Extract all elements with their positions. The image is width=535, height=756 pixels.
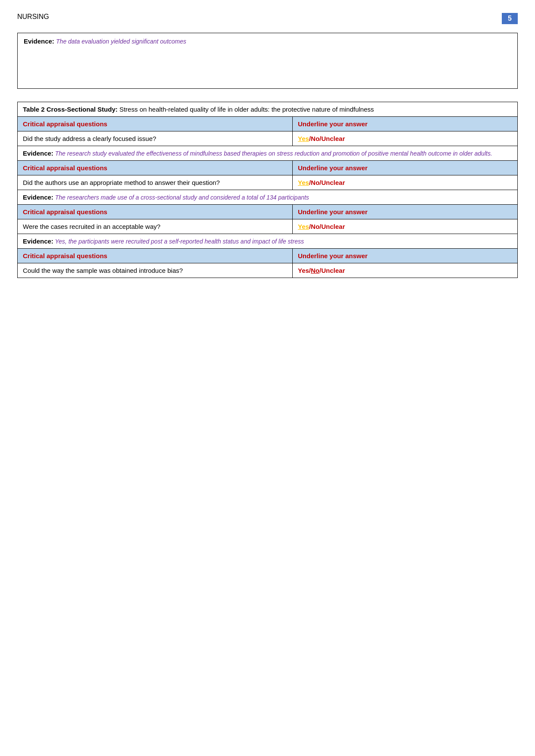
col1-header-1: Critical appraisal questions	[18, 117, 293, 131]
col-headers-row-3: Critical appraisal questions Underline y…	[18, 205, 518, 219]
question-cell-1: Did the study address a clearly focused …	[18, 131, 293, 146]
evidence-cell-2: Evidence: The researchers made use of a …	[18, 190, 518, 205]
answer-yes-2: Yes	[298, 179, 309, 186]
answer-yes-1: Yes	[298, 135, 309, 142]
answer-rest-1: No/Unclear	[311, 135, 345, 142]
table-row: Did the study address a clearly focused …	[18, 131, 518, 146]
nursing-label: NURSING	[17, 13, 49, 21]
col2-header-1: Underline your answer	[293, 117, 518, 131]
answer-no-underline-4: No	[311, 267, 319, 274]
answer-rest-3: No/Unclear	[311, 223, 345, 230]
table-title-row: Table 2 Cross-Sectional Study: Stress on…	[18, 102, 518, 117]
evidence-top-text: The data evaluation yielded significant …	[56, 38, 186, 45]
table-row: Did the authors use an appropriate metho…	[18, 175, 518, 190]
answer-cell-4: Yes/No/Unclear	[293, 263, 518, 278]
evidence-cell-1: Evidence: The research study evaluated t…	[18, 146, 518, 161]
answer-cell-2: Yes/No/Unclear	[293, 175, 518, 190]
top-evidence-box: Evidence: The data evaluation yielded si…	[17, 33, 518, 89]
table2: Table 2 Cross-Sectional Study: Stress on…	[17, 102, 518, 278]
answer-rest-4: /Unclear	[319, 267, 345, 274]
answer-cell-1: Yes/No/Unclear	[293, 131, 518, 146]
question-cell-3: Were the cases recruited in an acceptabl…	[18, 219, 293, 234]
evidence-label-2: Evidence:	[23, 194, 53, 201]
col-headers-row-2: Critical appraisal questions Underline y…	[18, 161, 518, 175]
page-number: 5	[502, 13, 518, 24]
answer-yes-plain-4: Yes/	[298, 267, 311, 274]
table-title-bold: Table 2 Cross-Sectional Study:	[23, 106, 118, 113]
col-headers-row-1: Critical appraisal questions Underline y…	[18, 117, 518, 131]
table-row: Were the cases recruited in an acceptabl…	[18, 219, 518, 234]
col1-header-2: Critical appraisal questions	[18, 161, 293, 175]
evidence-text-1: The research study evaluated the effecti…	[55, 150, 492, 157]
evidence-text-3: Yes, the participants were recruited pos…	[55, 238, 304, 245]
table-row: Could the way the sample was obtained in…	[18, 263, 518, 278]
evidence-row-1: Evidence: The research study evaluated t…	[18, 146, 518, 161]
evidence-cell-3: Evidence: Yes, the participants were rec…	[18, 234, 518, 249]
header: NURSING 5	[17, 13, 518, 24]
question-cell-2: Did the authors use an appropriate metho…	[18, 175, 293, 190]
col2-header-3: Underline your answer	[293, 205, 518, 219]
question-cell-4: Could the way the sample was obtained in…	[18, 263, 293, 278]
answer-cell-3: Yes/No/Unclear	[293, 219, 518, 234]
answer-rest-2: No/Unclear	[311, 179, 345, 186]
col2-header-2: Underline your answer	[293, 161, 518, 175]
evidence-text-2: The researchers made use of a cross-sect…	[55, 194, 309, 201]
col1-header-3: Critical appraisal questions	[18, 205, 293, 219]
evidence-row-2: Evidence: The researchers made use of a …	[18, 190, 518, 205]
evidence-row-3: Evidence: Yes, the participants were rec…	[18, 234, 518, 249]
evidence-label-1: Evidence:	[23, 150, 53, 157]
col-headers-row-4: Critical appraisal questions Underline y…	[18, 249, 518, 263]
answer-yes-3: Yes	[298, 223, 309, 230]
table-title-cell: Table 2 Cross-Sectional Study: Stress on…	[18, 102, 518, 117]
evidence-label-3: Evidence:	[23, 237, 53, 245]
col1-header-4: Critical appraisal questions	[18, 249, 293, 263]
evidence-top-label: Evidence:	[24, 37, 54, 45]
col2-header-4: Underline your answer	[293, 249, 518, 263]
table-title-rest: Stress on health-related quality of life…	[118, 106, 374, 113]
